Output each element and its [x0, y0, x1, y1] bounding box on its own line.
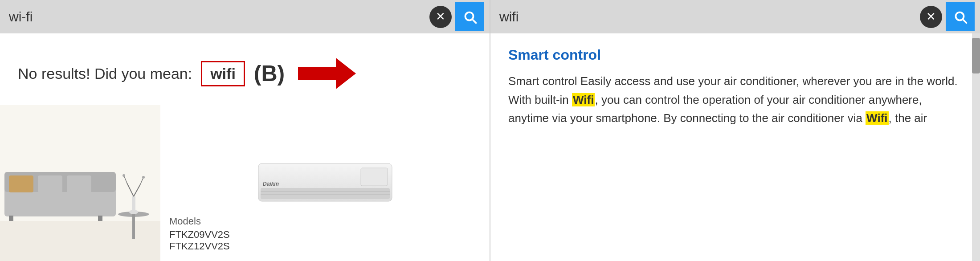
svg-text:Daikin: Daikin — [263, 181, 279, 187]
ac-model-1: FTKZ09VV2S — [169, 229, 481, 241]
no-results-text: No results! Did you mean: — [18, 65, 192, 82]
result-title: Smart control — [508, 47, 962, 63]
svg-rect-13 — [132, 196, 135, 212]
svg-point-19 — [142, 176, 145, 179]
left-clear-button[interactable]: ✕ — [429, 6, 452, 28]
ac-model-2: FTKZ12VV2S — [169, 241, 481, 252]
ac-area: Daikin Models FTKZ09VV2S FTKZ12VV2S — [160, 152, 490, 261]
right-clear-button[interactable]: ✕ — [920, 6, 942, 28]
svg-rect-9 — [98, 216, 102, 221]
arrow-icon — [298, 56, 356, 91]
scrollbar-thumb[interactable] — [972, 38, 980, 73]
left-search-input[interactable] — [5, 8, 426, 26]
left-search-bar: ✕ — [0, 0, 490, 33]
product-area: Daikin Models FTKZ09VV2S FTKZ12VV2S — [0, 105, 490, 261]
svg-marker-0 — [298, 58, 356, 89]
svg-rect-11 — [132, 214, 135, 239]
right-search-input[interactable] — [496, 8, 916, 26]
svg-rect-6 — [38, 175, 62, 192]
models-label: Models — [169, 216, 481, 227]
right-content: Smart control Smart control Easily acces… — [490, 33, 980, 261]
svg-rect-8 — [9, 216, 13, 221]
right-clear-icon: ✕ — [926, 10, 936, 24]
svg-point-18 — [122, 174, 125, 177]
svg-rect-21 — [261, 188, 390, 199]
living-room-image — [0, 105, 160, 261]
svg-rect-26 — [361, 168, 388, 186]
svg-rect-5 — [9, 175, 33, 192]
red-arrow — [298, 56, 356, 91]
left-search-icon — [462, 9, 478, 25]
right-search-icon — [952, 9, 968, 25]
right-panel: ✕ Smart control Smart control Easily acc… — [490, 0, 980, 261]
left-content-area: No results! Did you mean: wifi (B) — [0, 33, 490, 261]
right-search-button[interactable] — [946, 2, 975, 31]
suggestion-box[interactable]: wifi — [201, 61, 245, 86]
result-text-3: , the air — [889, 111, 927, 125]
no-results-section: No results! Did you mean: wifi (B) — [0, 33, 490, 100]
svg-rect-7 — [67, 175, 91, 192]
svg-rect-1 — [0, 216, 160, 261]
result-body: Smart control Easily access and use your… — [508, 72, 962, 128]
label-b: (B) — [254, 61, 285, 86]
left-search-button[interactable] — [455, 2, 484, 31]
left-panel: ✕ No results! Did you mean: wifi (B) — [0, 0, 490, 261]
left-clear-icon: ✕ — [436, 10, 445, 24]
ac-details: Models FTKZ09VV2S FTKZ12VV2S — [169, 216, 481, 252]
scrollbar[interactable] — [972, 33, 980, 261]
ac-unit-image: Daikin — [254, 161, 396, 210]
wifi-highlight-1: Wifi — [572, 93, 595, 106]
right-search-bar: ✕ — [490, 0, 980, 33]
wifi-highlight-2: Wifi — [866, 111, 888, 125]
